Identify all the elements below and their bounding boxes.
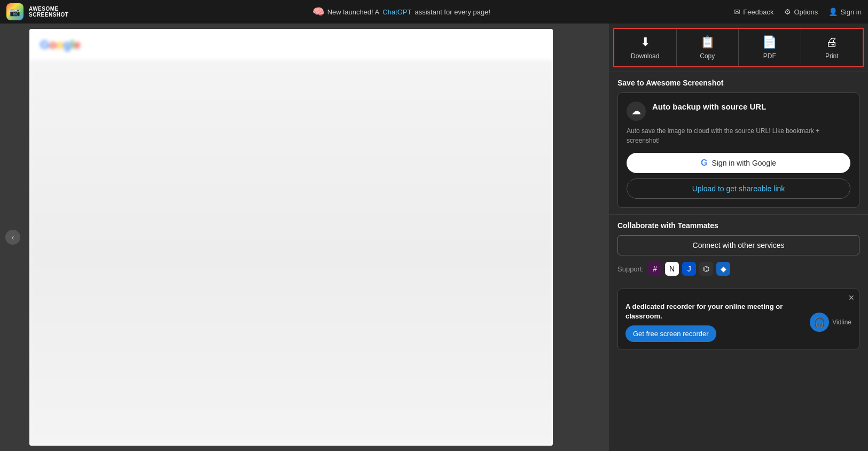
options-label: Options xyxy=(794,8,818,16)
support-label: Support: xyxy=(617,265,644,273)
connect-services-button[interactable]: Connect with other services xyxy=(617,235,859,255)
screenshot-inner: Google xyxy=(29,29,553,446)
pdf-label: PDF xyxy=(763,52,776,60)
notion-icon[interactable]: N xyxy=(665,262,679,276)
header: 📷 AWESOME SCREENSHOT 🧠 New launched! A C… xyxy=(0,0,868,24)
signin-label: Sign in xyxy=(840,8,862,16)
promo-content: A dedicated recorder for your online mee… xyxy=(625,302,851,342)
vidline-brand-label: Vidline xyxy=(832,318,851,326)
support-row: Support: # N J ⌬ ◆ xyxy=(617,262,859,276)
google-bar: Google xyxy=(29,29,553,61)
feedback-icon: ✉ xyxy=(734,7,740,16)
screenshot-preview: Google xyxy=(29,29,553,446)
save-section-title: Save to Awesome Screenshot xyxy=(617,79,859,87)
header-right: ✉ Feedback ⚙ Options 👤 Sign in xyxy=(734,7,862,16)
app-title: AWESOME SCREENSHOT xyxy=(29,6,68,18)
google-g-icon: G xyxy=(701,158,707,168)
user-icon: 👤 xyxy=(828,7,838,16)
pdf-button[interactable]: 📄 PDF xyxy=(739,29,801,66)
header-left: 📷 AWESOME SCREENSHOT xyxy=(6,3,68,20)
brain-icon: 🧠 xyxy=(312,6,324,18)
sign-in-google-button[interactable]: G Sign in with Google xyxy=(627,153,850,173)
left-panel: ‹ Google xyxy=(0,24,609,451)
pdf-icon: 📄 xyxy=(762,35,777,49)
print-button[interactable]: 🖨 Print xyxy=(801,29,863,66)
announcement-text: New launched! A xyxy=(327,8,380,16)
print-label: Print xyxy=(825,52,839,60)
sign-in-google-label: Sign in with Google xyxy=(711,159,776,167)
feedback-label: Feedback xyxy=(743,8,773,16)
close-promo-button[interactable]: ✕ xyxy=(848,293,855,302)
copy-label: Copy xyxy=(700,52,715,60)
collaborate-section-title: Collaborate with Teammates xyxy=(617,221,859,230)
app-title-top: AWESOME xyxy=(29,6,68,12)
download-icon: ⬇ xyxy=(640,35,650,49)
get-recorder-label: Get free screen recorder xyxy=(633,330,709,338)
header-announcement: 🧠 New launched! A ChatGPT assistant for … xyxy=(312,6,490,18)
back-button[interactable]: ‹ xyxy=(5,230,20,245)
signin-button[interactable]: 👤 Sign in xyxy=(828,7,862,16)
auto-backup-desc: Auto save the image to cloud with the so… xyxy=(627,126,850,145)
slack-icon[interactable]: # xyxy=(648,262,662,276)
action-toolbar: ⬇ Download 📋 Copy 📄 PDF 🖨 Print xyxy=(613,28,864,67)
upload-shareable-label: Upload to get shareable link xyxy=(692,184,785,193)
auto-backup-title: Auto backup with source URL xyxy=(652,102,766,112)
screenshot-blurred-content xyxy=(29,61,553,446)
jira-icon[interactable]: J xyxy=(682,262,696,276)
support-icons: # N J ⌬ ◆ xyxy=(648,262,730,276)
download-button[interactable]: ⬇ Download xyxy=(614,29,677,66)
chatgpt-link[interactable]: ChatGPT xyxy=(382,8,411,16)
options-icon: ⚙ xyxy=(784,7,791,16)
collaborate-section: Collaborate with Teammates Connect with … xyxy=(609,214,868,282)
recorder-promo: ✕ A dedicated recorder for your online m… xyxy=(617,289,859,350)
copy-icon: 📋 xyxy=(700,35,715,49)
print-icon: 🖨 xyxy=(826,35,838,49)
vidline-logo: 🎧 Vidline xyxy=(810,313,851,332)
promo-title: A dedicated recorder for your online mee… xyxy=(625,302,810,321)
get-recorder-button[interactable]: Get free screen recorder xyxy=(625,325,716,342)
app-logo: 📷 xyxy=(6,3,24,20)
save-card: ☁ Auto backup with source URL Auto save … xyxy=(617,92,859,208)
upload-shareable-button[interactable]: Upload to get shareable link xyxy=(627,178,850,199)
connect-services-label: Connect with other services xyxy=(693,241,785,250)
announcement-suffix: assistant for every page! xyxy=(415,8,490,16)
main-content: ‹ Google ⬇ Download 📋 Copy xyxy=(0,24,868,451)
vidline-icon: 🎧 xyxy=(810,313,829,332)
app-title-bottom: SCREENSHOT xyxy=(29,12,68,18)
auto-backup-header: ☁ Auto backup with source URL xyxy=(627,102,850,121)
other-service-icon[interactable]: ◆ xyxy=(716,262,730,276)
promo-text: A dedicated recorder for your online mee… xyxy=(625,302,810,342)
download-label: Download xyxy=(631,52,659,60)
feedback-button[interactable]: ✉ Feedback xyxy=(734,7,773,16)
google-logo: Google xyxy=(40,38,81,52)
save-section: Save to Awesome Screenshot ☁ Auto backup… xyxy=(609,72,868,214)
cloud-upload-icon: ☁ xyxy=(627,102,646,121)
github-icon[interactable]: ⌬ xyxy=(699,262,713,276)
copy-button[interactable]: 📋 Copy xyxy=(677,29,739,66)
right-panel: ⬇ Download 📋 Copy 📄 PDF 🖨 Print Save to … xyxy=(609,24,868,451)
options-button[interactable]: ⚙ Options xyxy=(784,7,818,16)
